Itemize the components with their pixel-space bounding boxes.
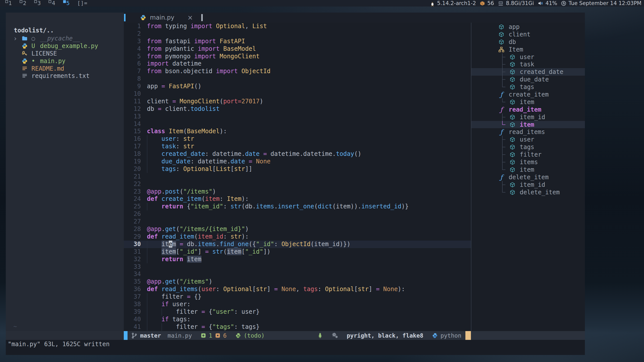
workspace-3[interactable]: 3 — [37, 0, 41, 7]
tree-item-main.py[interactable]: •main.py — [6, 57, 124, 65]
package-icon — [479, 1, 485, 6]
token: ): — [220, 128, 227, 135]
token: [ — [212, 165, 216, 172]
code-line[interactable]: 15class Item(BaseModel): — [124, 128, 471, 135]
code-line[interactable]: 2 — [124, 30, 471, 38]
code-line[interactable]: 3from fastapi import FastAPI — [124, 38, 471, 45]
code-line[interactable]: 26 — [124, 210, 471, 218]
code-line[interactable]: 14 — [124, 120, 471, 128]
token: get — [165, 225, 176, 233]
code-line[interactable]: 19 due_date: datetime.date = None — [124, 158, 471, 165]
code-line[interactable]: 35@app.get("/items") — [124, 278, 471, 286]
symbol-app[interactable]: app — [471, 23, 585, 31]
cube-icon — [509, 152, 516, 158]
token: str — [183, 135, 194, 142]
symbol-tags[interactable]: tags — [471, 143, 585, 151]
code-line[interactable]: 21 — [124, 173, 471, 180]
symbol-item[interactable]: item — [471, 166, 585, 173]
symbol-user[interactable]: user — [471, 136, 585, 143]
tree-connector — [498, 166, 509, 173]
tree-item-README.md[interactable]: README.md — [6, 65, 124, 72]
symbol-item_id[interactable]: item_id — [471, 181, 585, 189]
code-line[interactable]: 16 user: str — [124, 135, 471, 143]
symbol-create_item[interactable]: ƒcreate_item — [471, 91, 585, 98]
code-line[interactable]: 12db = client.todolist — [124, 105, 471, 113]
code-line[interactable]: 36def read_items(user: Optional[str] = N… — [124, 286, 471, 293]
command-line[interactable]: "main.py" 63L, 1625C written — [6, 340, 585, 355]
code-line[interactable]: 25 return {"item_id": str(db.items.inser… — [124, 203, 471, 210]
code-line[interactable]: 30 item = db.items.find_one({"_id": Obje… — [124, 241, 471, 248]
code-line[interactable]: 37 filter = {} — [124, 293, 471, 301]
code-line[interactable]: 7from bson.objectid import ObjectId — [124, 68, 471, 75]
code-line[interactable]: 34 — [124, 270, 471, 278]
symbol-created_date[interactable]: created_date — [471, 68, 585, 76]
tree-item-requirements.txt[interactable]: requirements.txt — [6, 72, 124, 80]
code-text — [147, 120, 471, 128]
line-number: 13 — [124, 113, 147, 120]
symbol-tags[interactable]: tags — [471, 83, 585, 91]
code-line[interactable]: 33 — [124, 263, 471, 271]
symbol-task[interactable]: task — [471, 61, 585, 68]
code-line[interactable]: 27 — [124, 218, 471, 225]
code-line[interactable]: 40 if tags: — [124, 316, 471, 323]
code-line[interactable]: 20 tags: Optional[List[str]] — [124, 165, 471, 173]
tab-close-button[interactable]: × — [187, 14, 193, 21]
tree-item-LICENSE[interactable]: LICENSE — [6, 50, 124, 57]
line-number: 18 — [124, 150, 147, 158]
workspace-5[interactable]: 5 — [66, 0, 70, 7]
code-line[interactable]: 8 — [124, 75, 471, 83]
symbol-items[interactable]: items — [471, 158, 585, 166]
tree-item-__pycache__[interactable]: ›◌__pycache__ — [6, 35, 124, 42]
symbol-read_item[interactable]: ƒread_item — [471, 106, 585, 113]
symbol-item[interactable]: item — [471, 121, 585, 128]
symbol-delete_item[interactable]: ƒdelete_item — [471, 173, 585, 181]
symbol-item_id[interactable]: item_id — [471, 113, 585, 121]
code-line[interactable]: 22 — [124, 180, 471, 188]
code-line[interactable]: 4from pydantic import BaseModel — [124, 45, 471, 53]
token: = — [202, 308, 205, 315]
workspace-1[interactable]: 1 — [9, 0, 12, 7]
code-line[interactable]: 28@app.get("/items/{item_id}") — [124, 225, 471, 233]
code-line[interactable]: 11client = MongoClient(port=27017) — [124, 98, 471, 105]
symbol-user[interactable]: user — [471, 53, 585, 61]
workspace-2[interactable]: 2 — [23, 0, 26, 7]
indent-guide — [147, 150, 162, 158]
code-line[interactable]: 41 filter = {"tags": tags} — [124, 323, 471, 331]
code-line[interactable]: 29def read_item(item_id: str): — [124, 233, 471, 241]
symbol-due_date[interactable]: due_date — [471, 76, 585, 83]
tree-connector — [498, 113, 509, 121]
symbol-read_items[interactable]: ƒread_items — [471, 128, 585, 136]
code-line[interactable]: 31 item["_id"] = str(item["_id"]) — [124, 248, 471, 256]
symbol-db[interactable]: db — [471, 38, 585, 46]
code-text: def read_items(user: Optional[str] = Non… — [147, 286, 471, 293]
code-line[interactable]: 6import datetime — [124, 60, 471, 68]
code-line[interactable]: 18 created_date: datetime.date = datetim… — [124, 150, 471, 158]
code-line[interactable]: 23@app.post("/items") — [124, 188, 471, 196]
symbol-client[interactable]: client — [471, 31, 585, 38]
symbol-Item[interactable]: Item — [471, 46, 585, 53]
md-icon — [21, 65, 28, 72]
code-line[interactable]: 39 filter = {"user": user} — [124, 308, 471, 316]
line-number: 38 — [124, 301, 147, 308]
workspace-4[interactable]: 4 — [52, 0, 55, 7]
code-line[interactable]: 17 task: str — [124, 143, 471, 150]
code-line[interactable]: 5from pymongo import MongoClient — [124, 53, 471, 60]
token: : — [223, 233, 230, 240]
symbol-filter[interactable]: filter — [471, 151, 585, 158]
tree-item-debug_example.py[interactable]: Udebug_example.py — [6, 42, 124, 50]
code-line[interactable]: 10 — [124, 90, 471, 98]
cube-icon — [509, 84, 516, 90]
code-line[interactable]: 1from typing import Optional, List — [124, 23, 471, 30]
code-line[interactable]: 24def create_item(item: Item): — [124, 195, 471, 203]
code-line[interactable]: 9app = FastAPI() — [124, 83, 471, 90]
cube-icon — [498, 39, 505, 45]
code-line[interactable]: 38 if user: — [124, 301, 471, 308]
code-line[interactable]: 32 return item — [124, 256, 471, 263]
code-editor[interactable]: 1from typing import Optional, List23from… — [124, 23, 471, 331]
code-line[interactable]: 13 — [124, 113, 471, 120]
symbol-delete_item[interactable]: delete_item — [471, 189, 585, 196]
tab-main-py[interactable]: main.py × — [140, 13, 193, 23]
tree-root-label[interactable]: todolist/.. — [6, 23, 124, 35]
symbol-item[interactable]: item — [471, 98, 585, 106]
empty-line-tilde: ~ — [13, 323, 17, 330]
